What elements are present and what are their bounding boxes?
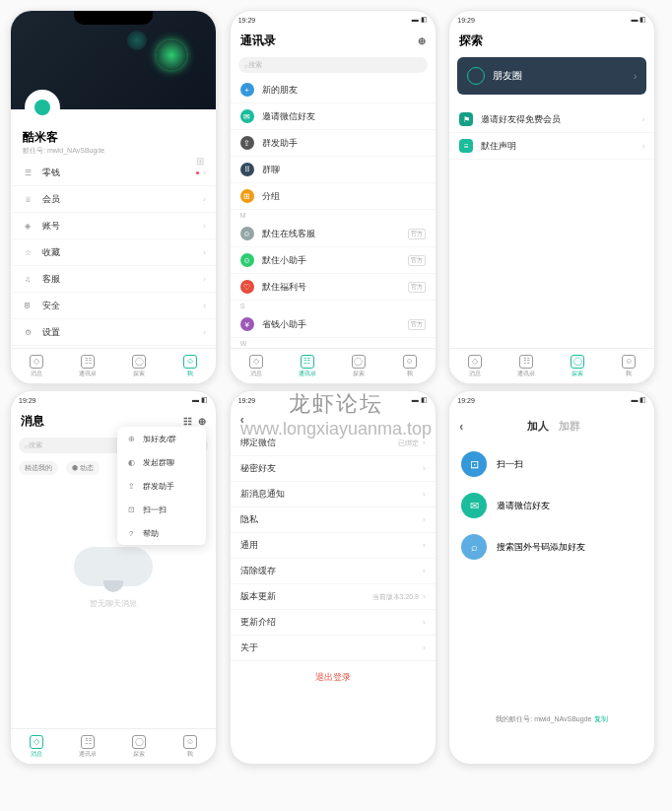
- tab-explore[interactable]: ◯探索: [333, 349, 384, 383]
- wechat-icon: ✉: [461, 493, 487, 518]
- tab-add-people[interactable]: 加人: [527, 419, 549, 434]
- tab-add-group[interactable]: 加群: [559, 419, 580, 434]
- contact-item[interactable]: ♡默住福利号官方: [231, 274, 436, 301]
- settings-about[interactable]: 关于›: [231, 636, 436, 661]
- tab-explore[interactable]: ◯探索: [113, 349, 165, 383]
- settings-privacy[interactable]: 隐私›: [231, 507, 436, 533]
- logout-button[interactable]: 退出登录: [231, 661, 436, 694]
- header: 通讯录⊕: [231, 29, 436, 53]
- broadcast-icon: ⇪: [240, 136, 254, 150]
- menu-wallet[interactable]: ☰零钱›: [11, 160, 216, 186]
- tab-contacts[interactable]: ☷通讯录: [501, 349, 552, 383]
- settings-bind-wechat[interactable]: 绑定微信已绑定›: [231, 431, 436, 456]
- contacts-new-friends[interactable]: +新的朋友: [231, 77, 436, 103]
- moments-icon: [467, 67, 485, 85]
- tab-explore[interactable]: ◯探索: [552, 349, 603, 383]
- menu-security[interactable]: ⛨安全›: [11, 293, 216, 319]
- avatar-icon: ♡: [240, 280, 254, 294]
- tab-messages[interactable]: ◇消息: [231, 349, 282, 383]
- statusbar: 19:29▬ ◧: [231, 391, 436, 409]
- tab-me[interactable]: ☺我: [165, 349, 216, 383]
- settings-notifications[interactable]: 新消息通知›: [231, 482, 436, 507]
- contact-item[interactable]: ¥省钱小助手官方: [231, 311, 436, 338]
- moments-card[interactable]: 朋友圈 ›: [457, 57, 646, 95]
- tab-contacts[interactable]: ☷通讯录: [282, 349, 333, 383]
- add-scan[interactable]: ⊡扫一扫: [449, 443, 654, 485]
- empty-cloud-icon: [74, 547, 153, 586]
- add-icon[interactable]: ⊕: [418, 35, 426, 46]
- popup-broadcast[interactable]: ⇪群发助手: [117, 474, 206, 498]
- gear-icon: ⚙: [21, 325, 34, 339]
- scan-icon: ⊡: [125, 504, 137, 515]
- menu-settings[interactable]: ⚙设置›: [11, 319, 216, 346]
- tab-me[interactable]: ☺我: [165, 729, 216, 764]
- menu-support[interactable]: ♫客服›: [11, 266, 216, 293]
- settings-secret-friends[interactable]: 秘密好友›: [231, 456, 436, 482]
- settings-general[interactable]: 通用›: [231, 533, 436, 559]
- contact-item[interactable]: ☺默住小助手官方: [231, 247, 436, 274]
- settings-changelog[interactable]: 更新介绍›: [231, 610, 436, 636]
- menu-vip[interactable]: ♕会员›: [11, 186, 216, 213]
- red-dot: [196, 171, 199, 174]
- tabbar: ◇消息 ☷通讯录 ◯探索 ☺我: [449, 348, 654, 383]
- menu-favorites[interactable]: ☆收藏›: [11, 239, 216, 266]
- my-id-footer: 我的默住号: mwid_NAvSBugde复制: [449, 714, 654, 724]
- star-icon: ☆: [21, 245, 34, 259]
- statusbar: 19:29▬ ◧: [449, 391, 654, 409]
- tab-me[interactable]: ☺我: [603, 349, 654, 383]
- section-m: M: [231, 210, 436, 221]
- person-add-icon: +: [240, 83, 254, 97]
- group-icon: ⠿: [240, 163, 254, 176]
- copy-button[interactable]: 复制: [594, 715, 608, 722]
- contacts-tags[interactable]: ⊞分组: [231, 183, 436, 210]
- settings-clear-cache[interactable]: 清除缓存›: [231, 559, 436, 584]
- section-s: S: [231, 301, 436, 311]
- popup-start-group[interactable]: ◐发起群聊: [117, 450, 206, 474]
- settings-version[interactable]: 版本更新当前版本3.20.9›: [231, 584, 436, 610]
- avatar-icon: ☺: [240, 253, 254, 267]
- menu-account[interactable]: ◈账号›: [11, 213, 216, 239]
- calendar-icon[interactable]: ☷: [183, 416, 192, 427]
- add-search-intl[interactable]: ⌕搜索国外号码添加好友: [449, 526, 654, 568]
- tab-contacts[interactable]: ☷通讯录: [62, 729, 113, 764]
- tab-messages[interactable]: ◇消息: [11, 729, 62, 764]
- tabbar: ◇消息 ☷通讯录 ◯探索 ☺我: [231, 348, 436, 383]
- plus-icon[interactable]: ⊕: [198, 416, 206, 427]
- screen-explore: 19:29▬ ◧ 探索 朋友圈 › ⚑邀请好友得免费会员› ≡默住声明› ◇消息…: [448, 10, 655, 384]
- tab-explore[interactable]: ◯探索: [113, 729, 165, 764]
- add-invite-wechat[interactable]: ✉邀请微信好友: [449, 485, 654, 526]
- glow-orb-2: [127, 31, 147, 50]
- shield-icon: ⛨: [21, 299, 34, 312]
- vip-icon: ♕: [21, 192, 34, 206]
- popup-help[interactable]: ?帮助: [117, 521, 206, 545]
- contacts-broadcast[interactable]: ⇪群发助手: [231, 130, 436, 157]
- doc-icon: ≡: [459, 139, 473, 153]
- popup-scan[interactable]: ⊡扫一扫: [117, 498, 206, 521]
- explore-invite[interactable]: ⚑邀请好友得免费会员›: [449, 106, 654, 133]
- glow-orb: [157, 40, 186, 70]
- tab-messages[interactable]: ◇消息: [449, 349, 501, 383]
- chip-moments[interactable]: ⬢ 动态: [66, 461, 100, 475]
- person-add-icon: ⊕: [125, 433, 137, 444]
- wechat-icon: ✉: [240, 109, 254, 123]
- screen-add: 19:29▬ ◧ ‹ 加人 加群 ⊡扫一扫 ✉邀请微信好友 ⌕搜索国外号码添加好…: [448, 390, 655, 765]
- plus-menu-popup: ⊕加好友/群 ◐发起群聊 ⇪群发助手 ⊡扫一扫 ?帮助: [117, 427, 206, 545]
- broadcast-icon: ⇪: [125, 480, 137, 492]
- tab-messages[interactable]: ◇消息: [11, 349, 62, 383]
- popup-add-friend[interactable]: ⊕加好友/群: [117, 427, 206, 450]
- contacts-invite-wechat[interactable]: ✉邀请微信好友: [231, 103, 436, 130]
- statusbar: 19:29▬ ◧: [11, 391, 216, 409]
- search-input[interactable]: ⌕ 搜索: [238, 57, 428, 73]
- chip-selected[interactable]: 精选我的: [19, 461, 58, 475]
- screen-settings: 19:29▬ ◧ ‹ 绑定微信已绑定› 秘密好友› 新消息通知› 隐私› 通用›…: [230, 390, 437, 765]
- explore-statement[interactable]: ≡默住声明›: [449, 133, 654, 160]
- back-icon[interactable]: ‹: [240, 413, 244, 427]
- contacts-groups[interactable]: ⠿群聊: [231, 157, 436, 183]
- tab-me[interactable]: ☺我: [384, 349, 436, 383]
- gift-icon: ⚑: [459, 112, 473, 126]
- notch: [74, 11, 153, 25]
- account-icon: ◈: [21, 219, 34, 233]
- screen-profile: 酷米客 默住号: mwid_NAvSBugde ⊞ ☰零钱› ♕会员› ◈账号›…: [10, 10, 217, 384]
- tab-contacts[interactable]: ☷通讯录: [62, 349, 113, 383]
- contact-item[interactable]: ☺默住在线客服官方: [231, 221, 436, 247]
